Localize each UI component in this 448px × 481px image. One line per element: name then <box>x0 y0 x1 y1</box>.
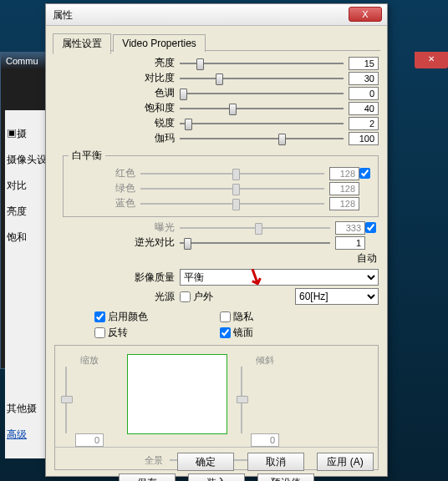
bg-close-button[interactable] <box>415 52 448 68</box>
row-red: 红色128 <box>69 166 373 180</box>
titlebar[interactable]: 属性 X <box>46 4 387 26</box>
tilt-value: 0 <box>251 433 279 447</box>
slider-exposure <box>180 222 330 234</box>
row-contrast: 对比度30 <box>54 71 379 85</box>
flip-checkbox[interactable] <box>94 327 105 338</box>
value-sharpness: 2 <box>349 117 379 130</box>
value-saturation: 40 <box>349 102 379 115</box>
zoom-label: 缩放 <box>60 354 119 367</box>
load-button[interactable]: 装入 <box>188 473 245 481</box>
slider-red <box>140 168 324 180</box>
privacy-label[interactable]: 隐私 <box>220 310 345 324</box>
ok-button[interactable]: 确定 <box>177 453 234 471</box>
row-gamma: 伽玛100 <box>54 131 379 145</box>
row-quality: 影像质量 平衡 <box>54 269 379 286</box>
tilt-label: 倾斜 <box>236 354 294 367</box>
wb-red-auto-checkbox[interactable] <box>359 168 370 179</box>
value-hue: 0 <box>349 87 379 100</box>
mirror-checkbox[interactable] <box>220 327 231 338</box>
save-button[interactable]: 保存 <box>119 473 176 481</box>
properties-dialog: 属性 X 属性设置 Video Properties 亮度15 对比度30 色调… <box>45 3 388 477</box>
flip-label[interactable]: 反转 <box>94 326 220 340</box>
slider-contrast[interactable] <box>180 73 344 84</box>
row-green: 绿色128 <box>69 181 373 195</box>
dialog-title: 属性 <box>53 8 73 23</box>
row-hue: 色调0 <box>54 86 379 100</box>
slider-green <box>140 183 324 195</box>
row-sharpness: 锐度2 <box>54 116 379 130</box>
row-saturation: 饱和度40 <box>54 101 379 115</box>
outdoor-checkbox-label[interactable]: 户外 <box>180 290 213 304</box>
enable-color-label[interactable]: 启用颜色 <box>94 310 220 324</box>
mirror-label[interactable]: 镜面 <box>220 326 345 340</box>
value-brightness: 15 <box>349 57 379 70</box>
slider-sharpness[interactable] <box>180 118 344 129</box>
slider-saturation[interactable] <box>180 103 344 114</box>
row-brightness: 亮度15 <box>54 56 379 70</box>
privacy-checkbox[interactable] <box>220 311 231 322</box>
tab-property-settings[interactable]: 属性设置 <box>53 33 111 54</box>
white-balance-group: 白平衡 红色128 绿色128 蓝色128 <box>63 149 379 217</box>
row-lightsource: 光源 户外 60[Hz] <box>54 288 379 305</box>
preview-box <box>127 354 227 434</box>
tilt-slider <box>236 367 247 433</box>
slider-blue <box>140 198 324 210</box>
preset-button[interactable]: 预设值 <box>257 473 314 481</box>
apply-button[interactable]: 应用 (A) <box>317 453 374 471</box>
cancel-button[interactable]: 取消 <box>247 453 304 471</box>
slider-backlight[interactable] <box>180 237 330 249</box>
outdoor-checkbox[interactable] <box>180 291 191 302</box>
slider-gamma[interactable] <box>180 133 344 144</box>
tab-video-properties[interactable]: Video Properties <box>113 34 206 52</box>
row-exposure: 曝光333 <box>54 220 379 235</box>
zoom-slider <box>60 367 72 433</box>
row-backlight: 逆光对比1 <box>54 235 379 250</box>
slider-hue[interactable] <box>180 88 344 99</box>
enable-color-checkbox[interactable] <box>94 311 105 322</box>
exposure-auto-checkbox[interactable] <box>365 222 376 233</box>
quality-select[interactable]: 平衡 <box>180 269 379 286</box>
row-blue: 蓝色128 <box>69 196 373 210</box>
wb-legend: 白平衡 <box>69 149 105 163</box>
value-gamma: 100 <box>349 132 379 145</box>
auto-label: 自动 <box>54 251 379 266</box>
slider-brightness[interactable] <box>180 58 344 69</box>
close-button[interactable]: X <box>349 7 382 22</box>
zoom-value: 0 <box>75 433 104 447</box>
frequency-select[interactable]: 60[Hz] <box>295 288 379 305</box>
value-contrast: 30 <box>349 72 379 85</box>
